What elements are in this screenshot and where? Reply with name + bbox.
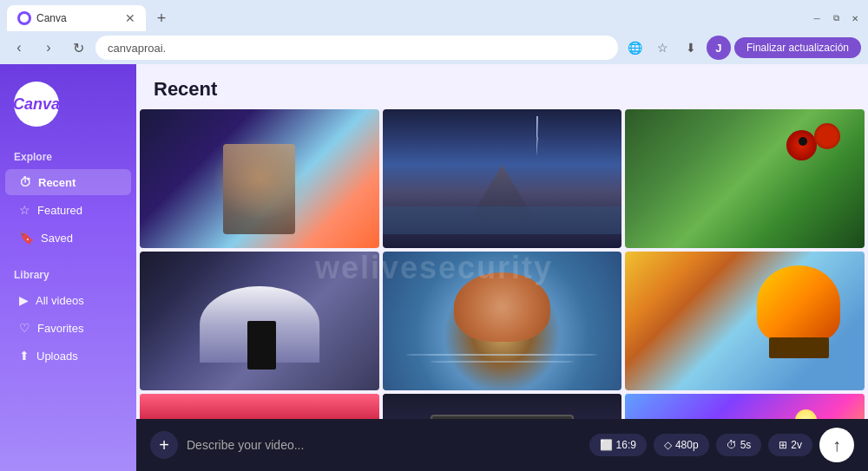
sidebar-item-recent-label: Recent bbox=[38, 176, 76, 189]
sidebar-item-uploads[interactable]: ⬆ Uploads bbox=[5, 343, 131, 369]
play-button-4: ▶ bbox=[242, 304, 277, 338]
new-tab-button[interactable]: + bbox=[149, 6, 174, 30]
featured-icon: ☆ bbox=[19, 203, 30, 217]
prompt-controls: ⬜ 16:9 ◇ 480p ⏱ 5s ⊞ 2v ↑ bbox=[589, 428, 854, 462]
explore-section-label: Explore bbox=[0, 144, 136, 168]
sidebar-item-saved-label: Saved bbox=[41, 232, 73, 245]
sidebar-item-recent[interactable]: ⏱ Recent bbox=[5, 169, 131, 195]
back-button[interactable]: ‹ bbox=[7, 36, 31, 60]
page-title: Recent bbox=[154, 78, 851, 101]
all-videos-icon: ▶ bbox=[19, 293, 29, 307]
browser-chrome: Canva ✕ + ─ ⧉ ✕ ‹ › ↻ canvaproai. 🌐 ☆ ⬇ … bbox=[0, 0, 868, 64]
play-button-1: ▶ bbox=[242, 161, 277, 196]
prompt-input-area[interactable]: Describe your video... bbox=[187, 437, 581, 453]
tab-favicon bbox=[17, 11, 31, 25]
sidebar-item-featured[interactable]: ☆ Featured bbox=[5, 197, 131, 223]
sidebar-item-all-videos-label: All videos bbox=[36, 294, 84, 307]
profile-button[interactable]: J bbox=[707, 36, 731, 60]
app-layout: Canva Explore ⏱ Recent ☆ Featured 🔖 Save… bbox=[0, 64, 868, 471]
play-button-2: ▶ bbox=[484, 161, 519, 196]
sidebar-item-featured-label: Featured bbox=[37, 204, 82, 217]
prompt-placeholder: Describe your video... bbox=[187, 438, 304, 452]
sidebar-item-all-videos[interactable]: ▶ All videos bbox=[5, 287, 131, 313]
main-content: Recent welivesecurity ▶ bbox=[136, 64, 868, 471]
duration-label: 5s bbox=[740, 439, 752, 451]
play-button-5: ▶ bbox=[484, 304, 519, 338]
upload-icon: ↑ bbox=[832, 435, 841, 455]
aspect-ratio-label: 16:9 bbox=[616, 439, 636, 451]
translate-icon[interactable]: 🌐 bbox=[623, 36, 648, 60]
favorites-icon: ♡ bbox=[19, 321, 30, 335]
video-cell-2[interactable]: ▶ bbox=[383, 109, 622, 248]
uploads-icon: ⬆ bbox=[19, 349, 30, 363]
add-button[interactable]: + bbox=[150, 431, 178, 459]
browser-actions: 🌐 ☆ ⬇ J Finalizar actualización bbox=[623, 36, 861, 60]
aspect-ratio-button[interactable]: ⬜ 16:9 bbox=[589, 434, 647, 456]
diamond-icon: ◇ bbox=[664, 439, 672, 451]
forward-button[interactable]: › bbox=[36, 36, 61, 60]
upload-button[interactable]: ↑ bbox=[819, 428, 854, 462]
reload-button[interactable]: ↻ bbox=[66, 36, 90, 60]
address-text: canvaproai. bbox=[108, 42, 166, 55]
version-button[interactable]: ⊞ 2v bbox=[768, 434, 812, 456]
version-label: 2v bbox=[791, 439, 802, 451]
sidebar: Canva Explore ⏱ Recent ☆ Featured 🔖 Save… bbox=[0, 64, 136, 471]
sidebar-item-favorites[interactable]: ♡ Favorites bbox=[5, 315, 131, 341]
video-cell-1[interactable]: ▶ bbox=[140, 109, 379, 248]
video-cell-6[interactable]: ▶ bbox=[625, 252, 865, 390]
saved-icon: 🔖 bbox=[19, 231, 34, 245]
prompt-bar: + Describe your video... ⬜ 16:9 ◇ 480p ⏱… bbox=[136, 419, 868, 471]
play-button-6: ▶ bbox=[727, 304, 762, 338]
video-grid: ▶ ▶ bbox=[136, 109, 868, 471]
sidebar-item-favorites-label: Favorites bbox=[37, 322, 83, 335]
monitor-icon: ⬜ bbox=[600, 439, 613, 451]
close-window-button[interactable]: ✕ bbox=[849, 12, 861, 24]
play-button-3: ▶ bbox=[727, 161, 762, 196]
logo-text: Canva bbox=[13, 95, 60, 114]
address-bar-row: ‹ › ↻ canvaproai. 🌐 ☆ ⬇ J Finalizar actu… bbox=[0, 31, 868, 64]
sidebar-item-saved[interactable]: 🔖 Saved bbox=[5, 225, 131, 251]
tab-close-button[interactable]: ✕ bbox=[125, 11, 135, 25]
logo[interactable]: Canva bbox=[0, 75, 136, 144]
download-icon[interactable]: ⬇ bbox=[679, 36, 703, 60]
tab-bar: Canva ✕ + ─ ⧉ ✕ bbox=[0, 0, 868, 31]
sidebar-item-uploads-label: Uploads bbox=[36, 350, 78, 363]
quality-label: 480p bbox=[675, 439, 699, 451]
window-controls: ─ ⧉ ✕ bbox=[811, 12, 861, 24]
update-button[interactable]: Finalizar actualización bbox=[734, 37, 861, 58]
library-section-label: Library bbox=[0, 262, 136, 286]
video-cell-3[interactable]: ▶ bbox=[625, 109, 865, 248]
content-header: Recent bbox=[136, 64, 868, 109]
bookmark-icon[interactable]: ☆ bbox=[651, 36, 675, 60]
quality-button[interactable]: ◇ 480p bbox=[654, 434, 709, 456]
clock-icon: ⏱ bbox=[727, 439, 737, 451]
recent-icon: ⏱ bbox=[19, 175, 31, 189]
logo-circle: Canva bbox=[14, 82, 59, 127]
grid-icon: ⊞ bbox=[779, 439, 787, 451]
duration-button[interactable]: ⏱ 5s bbox=[716, 434, 762, 456]
restore-button[interactable]: ⧉ bbox=[830, 12, 842, 24]
video-cell-5[interactable]: ▶ bbox=[383, 252, 622, 390]
minimize-button[interactable]: ─ bbox=[811, 12, 823, 24]
video-cell-4[interactable]: ▶ bbox=[140, 252, 379, 390]
address-bar[interactable]: canvaproai. bbox=[95, 36, 618, 60]
tab-title: Canva bbox=[36, 12, 120, 24]
active-tab[interactable]: Canva ✕ bbox=[7, 5, 146, 31]
